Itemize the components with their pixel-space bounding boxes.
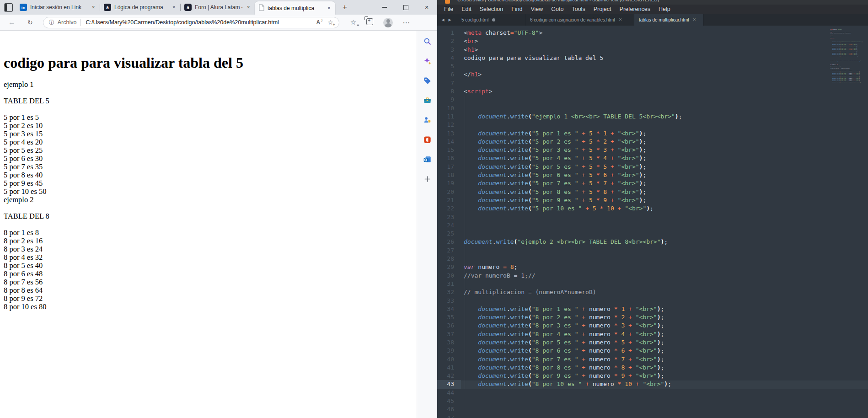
- sublime-title-bar: C:\Users\Mary Carmen\Desktop\codigo\tabl…: [437, 0, 868, 5]
- code-line: [464, 297, 682, 305]
- line-number: 4: [437, 54, 461, 62]
- menu-find[interactable]: Find: [507, 6, 526, 12]
- menu-project[interactable]: Project: [589, 6, 616, 12]
- profile-avatar[interactable]: [383, 18, 393, 27]
- code-line: document.write("5 por 7 es " + 5 * 7 + "…: [464, 179, 682, 188]
- maximize-button[interactable]: [395, 0, 416, 15]
- code-line: // multiplicacion = (numeroA*numeroB): [464, 288, 682, 296]
- code-line: codigo para para visualizar tabla del 5: [464, 54, 682, 62]
- menu-file[interactable]: File: [440, 6, 457, 12]
- code-line: [464, 414, 682, 418]
- line-number: 6: [437, 70, 461, 79]
- line-number: 10: [437, 104, 461, 113]
- code-line: [464, 230, 682, 238]
- tab-close-icon[interactable]: ✕: [693, 17, 697, 22]
- page-text-line: 5 por 10 es 50: [4, 188, 417, 196]
- sidebar-copilot-icon[interactable]: [422, 56, 433, 65]
- code-editor[interactable]: 1234567891011121314151617181920212223242…: [437, 26, 868, 418]
- code-line: [464, 389, 682, 397]
- minimize-button[interactable]: [374, 0, 395, 15]
- sidebar-office365-icon[interactable]: [422, 135, 433, 144]
- edge-sidebar: [417, 31, 437, 418]
- page-blank-line: [4, 105, 417, 113]
- menu-tools[interactable]: Tools: [568, 6, 589, 12]
- alura-favicon-icon: a: [184, 4, 192, 11]
- page-text-line: TABLE DEL 8: [4, 212, 417, 220]
- tab-next-icon[interactable]: ▶: [446, 14, 453, 26]
- sidebar-search-icon[interactable]: [422, 37, 433, 46]
- menu-preferences[interactable]: Preferences: [616, 6, 654, 12]
- tab-close-icon[interactable]: ✕: [619, 17, 622, 22]
- editor-tab[interactable]: tablas de multiplicar.html✕: [634, 14, 704, 26]
- code-line: </h1>: [464, 70, 682, 79]
- code-line: document.write("ejemplo 1 <br><br> TABLE…: [830, 41, 866, 43]
- page-text-line: 5 por 3 es 15: [4, 130, 417, 138]
- refresh-button[interactable]: ↻: [27, 19, 33, 26]
- back-button[interactable]: ←: [8, 18, 16, 27]
- browser-toolbar: ← ↻ ⓘ Archivo C:/Users/Mary%20Carmen/Des…: [0, 15, 437, 31]
- close-button[interactable]: ✕: [416, 0, 437, 15]
- menu-edit[interactable]: Edit: [457, 6, 476, 12]
- code-line: document.write("ejemplo 1 <br><br> TABLE…: [464, 113, 682, 121]
- info-icon[interactable]: ⓘ: [49, 19, 54, 27]
- menu-help[interactable]: Help: [654, 6, 675, 12]
- minimap[interactable]: <meta charset="UTF-8"><br><h1>codigo par…: [830, 29, 867, 415]
- alura-favicon-icon: a: [104, 4, 111, 11]
- browser-tab[interactable]: inIniciar sesión en Link✕: [16, 0, 100, 15]
- read-aloud-icon[interactable]: A: [316, 19, 321, 26]
- line-number: 47: [437, 414, 461, 418]
- add-favorite-icon[interactable]: ☆: [327, 19, 333, 26]
- page-text-line: 8 por 9 es 72: [4, 295, 417, 303]
- menu-selection[interactable]: Selection: [476, 6, 507, 12]
- sidebar-games-icon[interactable]: [422, 115, 433, 124]
- window-title: C:\Users\Mary Carmen\Desktop\codigo\tabl…: [457, 0, 659, 2]
- sublime-window: C:\Users\Mary Carmen\Desktop\codigo\tabl…: [437, 0, 868, 418]
- code-line: document.write("5 por 9 es " + 5 * 9 + "…: [464, 196, 682, 204]
- code-line: document.write("5 por 2 es " + 5 * 2 + "…: [464, 138, 682, 146]
- page-text-line: 5 por 1 es 5: [4, 113, 417, 122]
- code-line: document.write("8 por 5 es " + numero * …: [464, 338, 682, 347]
- tab-close-icon[interactable]: ✕: [246, 4, 251, 11]
- code-line: document.write("5 por 6 es " + 5 * 6 + "…: [464, 171, 682, 179]
- line-number: 7: [437, 79, 461, 87]
- address-bar[interactable]: ⓘ Archivo C:/Users/Mary%20Carmen/Desktop…: [43, 17, 339, 28]
- browser-tab[interactable]: aForo | Alura Latam -✕: [181, 0, 255, 15]
- favorites-icon[interactable]: ☆: [350, 18, 356, 27]
- sidebar-outlook-icon[interactable]: [422, 155, 433, 164]
- line-number: 5: [437, 62, 461, 70]
- settings-more-icon[interactable]: ···: [403, 19, 410, 26]
- browser-tab[interactable]: tablas de multiplica✕: [255, 1, 335, 15]
- new-tab-button[interactable]: +: [339, 1, 351, 13]
- line-number: 36: [437, 322, 461, 330]
- menu-goto[interactable]: Goto: [547, 6, 568, 12]
- tab-prev-icon[interactable]: ◀: [439, 14, 446, 26]
- code-line: document.write("8 por 10 es " + numero *…: [830, 81, 866, 83]
- line-number: 37: [437, 330, 461, 338]
- line-number: 44: [437, 389, 461, 397]
- browser-tab[interactable]: aLógica de programa✕: [100, 0, 180, 15]
- menu-view[interactable]: View: [526, 6, 547, 12]
- page-blank-line: [4, 204, 417, 212]
- code-line: [464, 121, 682, 129]
- browser-window: inIniciar sesión en Link✕aLógica de prog…: [0, 0, 437, 418]
- tab-close-icon[interactable]: ✕: [326, 5, 332, 11]
- editor-tab[interactable]: 6 codigo con asignacion de variables.htm…: [525, 14, 634, 26]
- page-text-line: 8 por 4 es 32: [4, 253, 417, 262]
- tab-close-icon[interactable]: ✕: [91, 4, 96, 11]
- tab-close-icon[interactable]: ✕: [171, 4, 177, 11]
- line-number: 18: [437, 171, 461, 179]
- code-line: //var numeroB = 1;//: [464, 272, 682, 280]
- tab-actions-menu-icon[interactable]: [4, 3, 13, 12]
- url-text[interactable]: C:/Users/Mary%20Carmen/Desktop/codigo/ta…: [86, 19, 313, 26]
- sidebar-shopping-icon[interactable]: [422, 76, 433, 85]
- page-text-line: 8 por 5 es 40: [4, 262, 417, 270]
- code-line: [464, 280, 682, 288]
- page-text-line: 8 por 6 es 48: [4, 270, 417, 278]
- sidebar-tools-icon[interactable]: [422, 96, 433, 105]
- code-line: document.write("8 por 1 es " + numero * …: [464, 305, 682, 313]
- sublime-icon: [445, 0, 450, 4]
- editor-tab[interactable]: 5 codigo.html: [457, 14, 525, 26]
- code-line: document.write("8 por 4 es " + numero * …: [464, 330, 682, 338]
- sidebar-add-icon[interactable]: [422, 174, 433, 183]
- line-number: 28: [437, 255, 461, 263]
